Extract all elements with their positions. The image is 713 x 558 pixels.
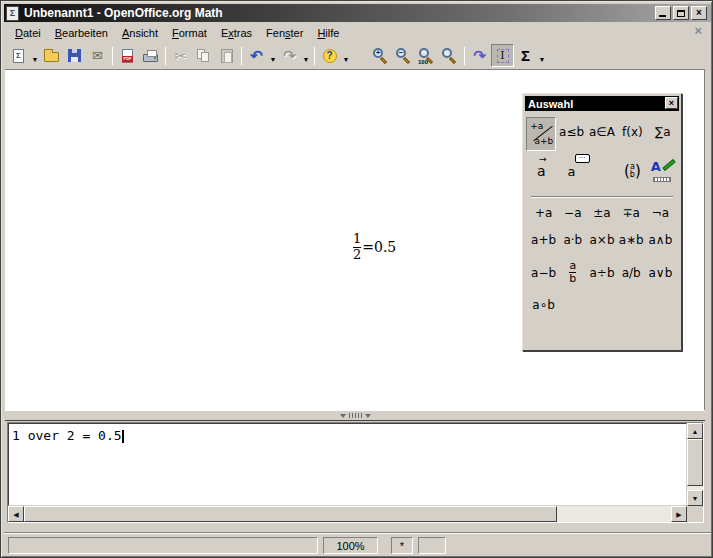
symbol-a-and-b[interactable]: a∧b	[649, 233, 673, 247]
print-button[interactable]	[139, 44, 162, 67]
magnifier-icon	[441, 47, 458, 64]
symbol-plus-a[interactable]: +a	[535, 206, 552, 220]
menu-format[interactable]: Format	[165, 25, 214, 41]
symbol-a-div-b[interactable]: a÷b	[589, 266, 614, 280]
open-folder-icon	[44, 52, 59, 62]
undo-button[interactable]: ↶	[245, 44, 268, 67]
pdf-document-icon: PDF	[122, 49, 133, 63]
symbol-a-slash-b[interactable]: a/b	[622, 266, 641, 280]
category-operators-button[interactable]: ∑a	[649, 117, 677, 147]
symbol-a-over-b[interactable]: ab	[569, 260, 576, 285]
catalog-button[interactable]: Σ	[514, 44, 537, 67]
rendered-formula: 1 2 =0.5	[353, 232, 396, 263]
maximize-button[interactable]	[673, 6, 689, 20]
menu-ansicht[interactable]: Ansicht	[115, 25, 165, 41]
vertical-scrollbar[interactable]: ▲ ▼	[687, 423, 703, 506]
menu-hilfe[interactable]: Hilfe	[310, 25, 346, 41]
category-functions-button[interactable]: f(x)	[618, 117, 646, 147]
undo-dropdown-caret[interactable]: ▼	[268, 44, 278, 67]
document-close-icon[interactable]: ×	[694, 24, 702, 37]
status-zoom-level[interactable]: 100%	[323, 537, 378, 554]
new-dropdown-caret[interactable]: ▼	[30, 44, 40, 67]
cut-button[interactable]: ✂	[169, 44, 192, 67]
copy-icon	[196, 48, 212, 64]
email-button[interactable]: ✉	[86, 44, 109, 67]
horizontal-scroll-thumb[interactable]	[24, 506, 557, 522]
toolbar-separator	[464, 47, 465, 65]
scroll-left-button[interactable]: ◀	[8, 506, 24, 522]
zoom-in-button[interactable]: +	[369, 44, 392, 67]
category-unary-binary-button[interactable]: +a a+b	[526, 117, 556, 151]
view-toolbar-options-caret[interactable]: ▼	[537, 44, 547, 67]
toolbar-separator	[314, 47, 315, 65]
category-brackets-button[interactable]: ( ab )	[618, 156, 646, 186]
title-bar[interactable]: Σ Unbenannt1 - OpenOffice.org Math ×	[4, 4, 711, 22]
operators-icon: ∑a	[655, 125, 670, 139]
symbol-a-ast-b[interactable]: a∗b	[619, 233, 644, 247]
zoom-out-button[interactable]: −	[392, 44, 415, 67]
close-icon: ×	[696, 8, 702, 18]
symbol-not-a[interactable]: ¬a	[652, 206, 669, 220]
redo-dropdown-caret[interactable]: ▼	[301, 44, 311, 67]
save-floppy-icon	[68, 49, 81, 62]
maximize-icon	[677, 10, 685, 17]
symbol-a-or-b[interactable]: a∨b	[649, 266, 673, 280]
zoom-100-button[interactable]: 100	[415, 44, 438, 67]
vector-attribute-icon: →a	[537, 163, 546, 179]
close-button[interactable]: ×	[691, 6, 707, 20]
scroll-right-button[interactable]: ▶	[671, 506, 687, 522]
new-formula-button[interactable]: Σ	[7, 44, 30, 67]
category-relations-button[interactable]: a≤b	[558, 117, 586, 147]
view-toolbar: + − 100 ↷ I Σ ▼	[369, 44, 547, 67]
formula-cursor-icon: I	[497, 49, 509, 63]
symbol-minusplus-a[interactable]: ∓a	[622, 206, 639, 220]
palette-title: Auswahl	[528, 98, 573, 110]
symbol-a-plus-b[interactable]: a+b	[531, 233, 556, 247]
pdf-export-button[interactable]: PDF	[116, 44, 139, 67]
help-button[interactable]: ?	[318, 44, 341, 67]
palette-close-button[interactable]: ×	[665, 97, 678, 109]
category-attributes-button[interactable]: →a	[527, 156, 555, 186]
fraction-numerator: 1	[353, 232, 361, 247]
app-icon: Σ	[6, 6, 19, 21]
toolbar-separator	[165, 47, 166, 65]
update-button[interactable]: ↷	[468, 44, 491, 67]
functions-icon: f(x)	[622, 125, 643, 139]
relations-icon: a≤b	[559, 125, 584, 139]
scroll-down-button[interactable]: ▼	[687, 490, 703, 506]
symbol-a-circ-b[interactable]: a∘b	[532, 298, 554, 312]
toolbar-options-caret[interactable]: ▼	[341, 44, 351, 67]
category-misc-button[interactable]: ···a	[558, 156, 586, 186]
open-button[interactable]	[40, 44, 63, 67]
window-title: Unbenannt1 - OpenOffice.org Math	[24, 6, 223, 20]
zoom-100-icon: 100	[418, 47, 435, 64]
zoom-all-button[interactable]	[438, 44, 461, 67]
minimize-button[interactable]	[655, 6, 671, 20]
formula-cursor-button[interactable]: I	[491, 44, 514, 67]
save-button[interactable]	[63, 44, 86, 67]
paste-button[interactable]	[215, 44, 238, 67]
category-set-operations-button[interactable]: a∈A	[588, 117, 616, 147]
minimize-icon	[659, 15, 666, 17]
menu-bearbeiten[interactable]: Bearbeiten	[48, 25, 115, 41]
symbol-a-minus-b[interactable]: a−b	[531, 266, 556, 280]
symbol-a-times-b[interactable]: a×b	[589, 233, 614, 247]
category-formats-button[interactable]: A	[649, 156, 677, 186]
command-input[interactable]: 1 over 2 = 0.5	[8, 423, 687, 506]
view-splitter[interactable]	[5, 410, 705, 421]
redo-button[interactable]: ↷	[278, 44, 301, 67]
copy-button[interactable]	[192, 44, 215, 67]
formula-rhs: =0.5	[362, 239, 396, 255]
menu-fenster[interactable]: Fenster	[259, 25, 310, 41]
scroll-up-button[interactable]: ▲	[687, 423, 703, 439]
menu-extras[interactable]: Extras	[214, 25, 259, 41]
symbol-plusminus-a[interactable]: ±a	[593, 206, 610, 220]
vertical-scroll-thumb[interactable]	[687, 439, 703, 486]
symbol-a-cdot-b[interactable]: a·b	[563, 233, 582, 247]
zoom-in-icon: +	[372, 47, 389, 64]
horizontal-scrollbar[interactable]: ◀ ▶	[8, 506, 687, 522]
palette-title-bar[interactable]: Auswahl ×	[525, 96, 679, 111]
symbol-minus-a[interactable]: −a	[564, 206, 581, 220]
splitter-arrow-icon	[340, 414, 346, 418]
menu-datei[interactable]: Datei	[8, 25, 48, 41]
